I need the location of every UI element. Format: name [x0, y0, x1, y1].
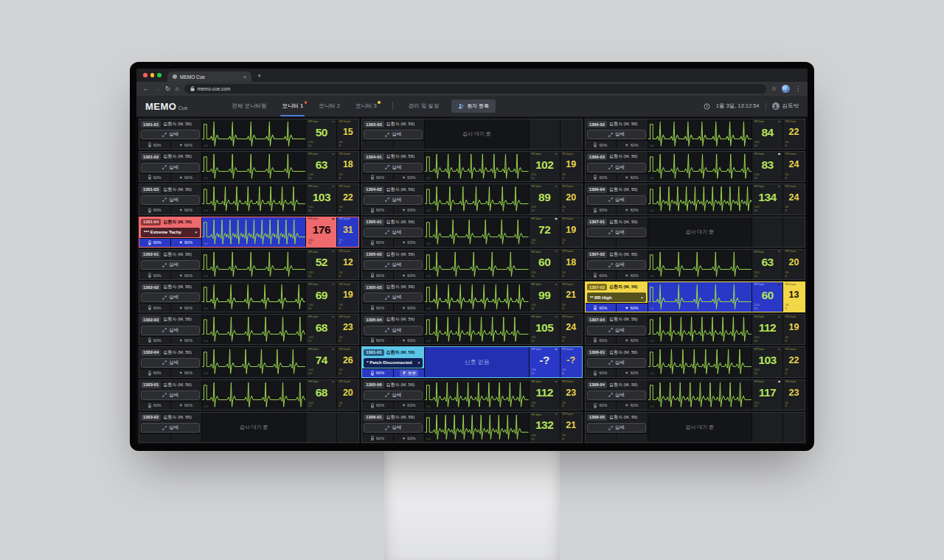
bed-id-badge: 1305-02: [364, 251, 384, 258]
battery-percent: 60%: [376, 306, 384, 310]
detail-button[interactable]: 상세: [141, 260, 200, 270]
device-status-row: 60% ♥ 60% 보류: [586, 238, 648, 247]
back-icon[interactable]: ←: [143, 86, 149, 92]
alarm-dropdown[interactable]: *** Extreme Tachy ▾: [141, 228, 200, 237]
patient-panel: 1305-04 김환자 (M, 56) 상세 ▾: [362, 315, 425, 344]
window-controls[interactable]: [143, 73, 162, 77]
detail-button[interactable]: 상세: [587, 391, 646, 400]
alarm-dropdown[interactable]: ** RR High ▾: [587, 293, 646, 302]
calibration-label: 1mV: [426, 340, 431, 343]
patient-panel: 1306-01 김환자 (M, 56) 상세 ▾: [362, 413, 425, 442]
alarm-dropdown[interactable]: * Patch Disconnected ▾: [364, 358, 423, 368]
expand-icon: [608, 426, 613, 430]
detail-button[interactable]: 상세: [364, 195, 423, 205]
forward-icon[interactable]: →: [154, 86, 160, 92]
battery-percent: 60%: [376, 403, 384, 407]
hr-limits: 140 50: [531, 271, 558, 279]
detail-button[interactable]: 상세: [141, 195, 200, 205]
battery-percent: 60%: [153, 240, 162, 245]
patient-header: 1301-04 김환자 (M, 56): [139, 217, 201, 227]
nav-item-monitor-3[interactable]: 모니터 3: [354, 96, 378, 116]
nav-item-monitor-1[interactable]: 모니터 1: [280, 96, 305, 116]
device-status-row: 60% ♥ 60% 보류: [139, 433, 201, 442]
nav-item-settings[interactable]: 관리 및 설정: [407, 96, 441, 116]
detail-button[interactable]: 상세: [141, 326, 200, 335]
patient-panel: 1304-02 김환자 (M, 56) 상세 ▾: [362, 184, 425, 214]
address-bar[interactable]: memo-cue.com: [184, 84, 766, 94]
expand-icon: [385, 426, 389, 430]
ecg-waveform: 1mV 검사 대기 중 신호 없음: [425, 217, 529, 247]
hr-value: 89: [531, 189, 558, 206]
detail-button[interactable]: 상세: [141, 358, 200, 368]
detail-button[interactable]: 상세: [364, 163, 423, 172]
signal-percent: 60%: [407, 338, 415, 343]
rr-limits: 30 8: [562, 239, 580, 246]
patient-panel: 1308-01 김환자 (M, 56) 상세 ▾: [586, 347, 648, 377]
patient-cell: 1306-01 김환자 (M, 56) 상세 ▾: [361, 412, 582, 443]
detail-button[interactable]: 상세: [141, 423, 200, 433]
detail-button[interactable]: 상세: [587, 130, 646, 139]
zoom-window-icon[interactable]: [157, 73, 162, 77]
detail-button[interactable]: 상세: [587, 358, 646, 368]
nav-item-all-monitoring[interactable]: 전체 모니터링: [230, 96, 268, 116]
rr-limits: 30 8: [785, 368, 803, 376]
detail-button[interactable]: 상세: [587, 163, 646, 172]
rr-value: 24: [562, 318, 580, 336]
home-icon[interactable]: ⌂: [176, 86, 179, 92]
minimize-window-icon[interactable]: [150, 73, 155, 77]
detail-button[interactable]: 상세: [364, 423, 423, 433]
detail-label: 상세: [392, 164, 401, 171]
patient-panel: 1305-01 김환자 (M, 56) 상세 ▾: [362, 217, 425, 247]
rr-box: RR brpm 20 30 8: [783, 250, 805, 279]
register-patient-button[interactable]: 환자 등록: [451, 99, 496, 113]
patient-name: 김환자 (M, 56): [609, 121, 638, 127]
signal-percent: 60%: [631, 371, 639, 375]
browser-menu-icon[interactable]: ⋮: [795, 85, 801, 92]
bookmark-star-icon[interactable]: ☆: [771, 86, 777, 92]
detail-button[interactable]: 상세: [587, 260, 646, 270]
detail-button[interactable]: 상세: [141, 163, 200, 172]
rr-limit-low: 8: [785, 372, 803, 376]
new-tab-button[interactable]: +: [257, 73, 261, 80]
reload-icon[interactable]: ↻: [165, 86, 170, 92]
patient-cell: 1307-04 김환자 (M, 56) 상세 ▾: [585, 314, 805, 345]
detail-button[interactable]: 상세: [587, 423, 646, 433]
expand-icon: [385, 230, 389, 234]
ecg-trace: 1mV: [202, 250, 305, 279]
patient-name: 김환자 (M, 56): [386, 186, 415, 193]
detail-button[interactable]: 상세: [141, 293, 200, 302]
browser-profile-avatar[interactable]: [782, 85, 790, 93]
patient-name: 김환자 (M, 56): [163, 153, 192, 160]
calibration-label: 1mV: [204, 209, 209, 212]
battery-status: 60%: [139, 369, 171, 377]
detail-button[interactable]: 상세: [364, 260, 423, 270]
user-chip[interactable]: 김독박: [772, 102, 799, 110]
device-status-row: 60% ♥ 60% 보류: [362, 206, 424, 214]
detail-button[interactable]: 상세: [141, 130, 200, 139]
hr-limit-low: 50: [754, 144, 781, 148]
detail-button[interactable]: 상세: [364, 293, 423, 302]
patient-name: 김환자 (M, 56): [163, 219, 192, 225]
detail-button[interactable]: 상세: [364, 391, 423, 400]
tab-close-icon[interactable]: ×: [243, 74, 246, 80]
battery-icon: [371, 240, 374, 245]
close-window-icon[interactable]: [143, 73, 148, 77]
patient-actions: 상세 ▾: [586, 195, 648, 206]
bed-id-badge: 1301-03: [141, 186, 161, 193]
patient-name: 김환자 (M, 56): [386, 349, 415, 356]
nav-item-monitor-2[interactable]: 모니터 2: [317, 96, 341, 116]
browser-tab[interactable]: MEMO Cue ×: [167, 71, 251, 82]
battery-percent: 60%: [376, 338, 384, 343]
patient-actions: 상세 ▾: [362, 292, 424, 303]
heart-icon: ♥: [179, 306, 182, 310]
detail-button[interactable]: 상세: [141, 391, 200, 400]
detail-button[interactable]: 상세: [587, 195, 646, 205]
detail-button[interactable]: 상세: [587, 228, 646, 237]
patient-name: 김환자 (M, 56): [386, 316, 415, 323]
detail-button[interactable]: 상세: [364, 130, 423, 139]
detail-button[interactable]: 상세: [364, 326, 423, 335]
detail-button[interactable]: 상세: [587, 326, 646, 335]
battery-percent: 60%: [599, 403, 607, 407]
ecg-waveform: 1mV 검사 대기 중 신호 없음: [648, 380, 752, 410]
detail-button[interactable]: 상세: [364, 228, 423, 237]
